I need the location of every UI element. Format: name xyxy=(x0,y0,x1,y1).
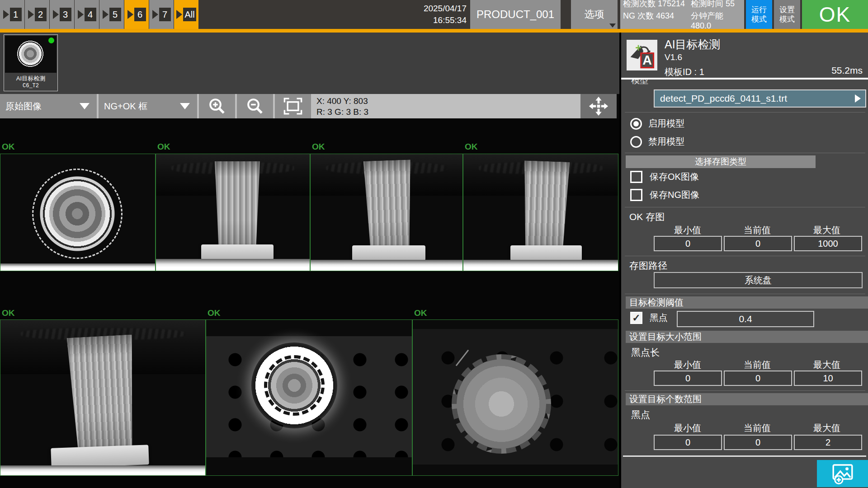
model-file-name: detect_PD_pccd6_0411_s1.trt xyxy=(660,93,787,104)
select-save-type-button[interactable]: 选择存图类型 xyxy=(626,155,816,168)
product-selector[interactable]: PRODUCT_001 xyxy=(470,0,561,29)
divider xyxy=(625,112,865,113)
add-save-image-button[interactable] xyxy=(817,460,868,487)
count-max-input[interactable]: 2 xyxy=(794,435,862,450)
tab-camera-7[interactable]: 7 xyxy=(149,0,174,29)
checkbox-save-ok-images[interactable]: 保存OK图像 xyxy=(630,171,699,183)
col-header-cur: 当前值 xyxy=(723,359,791,371)
size-max-input[interactable]: 10 xyxy=(794,371,862,386)
tab-camera-6[interactable]: 6 xyxy=(124,0,149,29)
pan-image-button[interactable] xyxy=(580,94,617,118)
tab-camera-4[interactable]: 4 xyxy=(75,0,99,29)
overlay-mode-dropdown[interactable]: NG+OK 框 xyxy=(99,94,197,118)
camera-image-brush-side-4[interactable] xyxy=(0,319,206,476)
chevron-down-icon xyxy=(80,103,90,109)
camera-image-brush-side-1[interactable] xyxy=(156,154,310,271)
camera-image-brush-side-3[interactable] xyxy=(463,154,618,271)
zoom-out-button[interactable] xyxy=(237,94,273,118)
col-header-min: 最小值 xyxy=(654,224,722,236)
status-text: OK xyxy=(819,2,851,27)
count-min-input[interactable]: 0 xyxy=(654,435,722,450)
chevron-down-icon xyxy=(609,23,616,28)
camera-image-brush-side-2[interactable] xyxy=(310,154,463,271)
setup-mode-button[interactable]: 设置 模式 xyxy=(774,0,800,29)
tab-camera-3[interactable]: 3 xyxy=(50,0,74,29)
tab-label: 6 xyxy=(134,8,146,21)
cap-notch-ring xyxy=(264,355,325,416)
save-path-button[interactable]: 系统盘 xyxy=(654,272,863,288)
zoom-out-icon xyxy=(245,97,264,116)
col-header-min: 最小值 xyxy=(654,359,722,371)
size-cur-input[interactable]: 0 xyxy=(724,371,792,386)
size-min-input[interactable]: 0 xyxy=(654,371,722,386)
ok-save-cur-input[interactable]: 0 xyxy=(724,236,792,251)
camera-icon xyxy=(28,10,34,19)
checkmark-glyph: ✓ xyxy=(632,312,640,324)
col-header-min: 最小值 xyxy=(654,422,722,434)
col-header-cur: 当前值 xyxy=(723,224,791,236)
zoom-in-button[interactable] xyxy=(199,94,235,118)
brush-column-graphic xyxy=(363,160,415,247)
panel-title: AI目标检测 xyxy=(665,37,721,52)
tab-camera-5[interactable]: 5 xyxy=(99,0,124,29)
ok-save-section-label: OK 存图 xyxy=(629,211,665,223)
camera-icon xyxy=(176,10,182,19)
camera-tabs: 1 2 3 4 5 6 7 All xyxy=(0,0,199,29)
checkbox-black-dot[interactable]: ✓ 黑点 xyxy=(630,312,668,324)
tab-camera-1[interactable]: 1 xyxy=(0,0,24,29)
threshold-value-input[interactable]: 0.4 xyxy=(677,311,814,327)
result-label: OK xyxy=(208,308,221,318)
camera-icon xyxy=(78,10,84,19)
camera-image-cap-top[interactable] xyxy=(0,154,156,271)
options-label: 选项 xyxy=(585,8,604,21)
camera-image-gear-disc[interactable] xyxy=(412,319,618,476)
floor-highlight xyxy=(156,259,310,271)
run-mode-line2: 模式 xyxy=(751,14,767,24)
radio-enable-model[interactable]: 启用模型 xyxy=(630,117,684,130)
tool-thumbnail-title: AI目标检测 xyxy=(4,75,57,83)
col-header-max: 最大值 xyxy=(793,224,861,236)
tab-label: 1 xyxy=(10,8,22,21)
run-mode-button[interactable]: 运行 模式 xyxy=(746,0,772,29)
tab-label: 7 xyxy=(159,8,171,21)
zoom-in-icon xyxy=(208,97,226,116)
setup-mode-line1: 设置 xyxy=(779,5,795,14)
tab-camera-all[interactable]: All xyxy=(174,0,198,29)
module-letter: A xyxy=(642,53,652,67)
floor-highlight xyxy=(463,260,618,271)
setup-mode-line2: 模式 xyxy=(779,14,795,24)
checkbox-label: 保存OK图像 xyxy=(650,171,699,183)
tool-thumbnail-ai-detect[interactable]: AI目标检测 C6_T2 xyxy=(4,34,58,91)
camera-icon xyxy=(127,10,133,19)
time-text: 16:55:34 xyxy=(424,14,467,26)
brush-base-graphic xyxy=(510,245,582,261)
tab-camera-2[interactable]: 2 xyxy=(25,0,49,29)
ok-save-max-input[interactable]: 1000 xyxy=(794,236,862,251)
result-label: OK xyxy=(2,308,15,318)
cursor-readout: X: 400 Y: 803 R: 3 G: 3 B: 3 xyxy=(316,96,368,117)
multi-camera-viewer: OK OK OK OK OK OK OK xyxy=(0,118,619,488)
col-header-cur: 当前值 xyxy=(723,422,791,434)
divider xyxy=(625,256,865,256)
checkbox-save-ng-images[interactable]: 保存NG图像 xyxy=(630,189,699,201)
radio-disable-model[interactable]: 禁用模型 xyxy=(630,136,684,148)
stat-label: 检测次数 xyxy=(623,0,656,8)
image-source-label: 原始图像 xyxy=(5,100,42,113)
size-values: 0 0 10 xyxy=(654,371,864,386)
floor-highlight xyxy=(311,260,462,271)
camera-image-cap-bright[interactable] xyxy=(206,319,412,476)
product-name: PRODUCT_001 xyxy=(476,8,554,21)
ok-save-min-input[interactable]: 0 xyxy=(654,236,722,251)
image-source-dropdown[interactable]: 原始图像 xyxy=(0,94,97,118)
result-label: OK xyxy=(414,308,427,318)
count-cur-input[interactable]: 0 xyxy=(724,435,792,450)
checkbox-label: 黑点 xyxy=(650,312,668,324)
options-menu[interactable]: 选项 xyxy=(571,0,618,29)
ok-save-column-headers: 最小值 当前值 最大值 xyxy=(654,224,863,236)
model-file-selector[interactable]: detect_PD_pccd6_0411_s1.trt xyxy=(654,89,866,108)
date-text: 2025/04/17 xyxy=(424,3,467,14)
save-path-label: 存图路径 xyxy=(629,259,667,272)
stat-label: 分钟产能 xyxy=(691,11,723,20)
fit-to-screen-button[interactable] xyxy=(275,94,311,118)
cap-thumbnail-graphic xyxy=(17,40,44,67)
